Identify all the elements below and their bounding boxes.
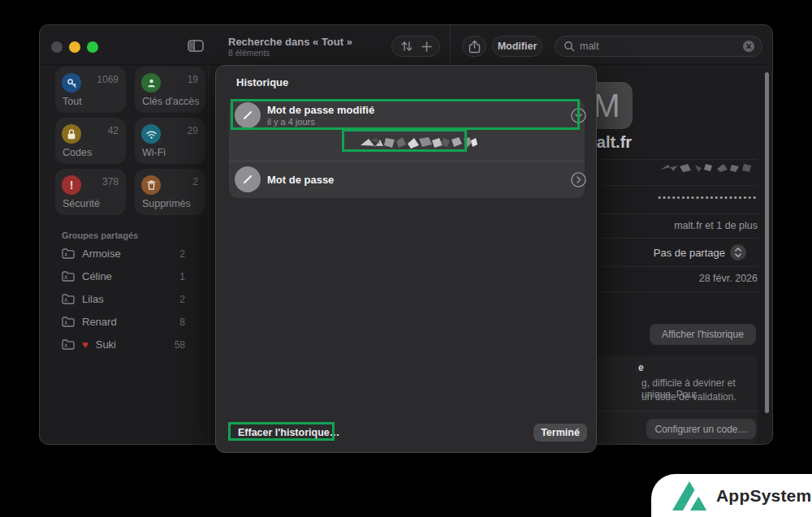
group-count: 2 bbox=[179, 248, 185, 260]
minimize-window-button[interactable] bbox=[69, 41, 80, 53]
group-label: Suki bbox=[96, 338, 116, 351]
list-header-count: 8 éléments bbox=[228, 48, 270, 58]
annotation-box-modified-row bbox=[231, 99, 580, 130]
annotation-box-clear-history bbox=[228, 422, 335, 441]
sidebar-item-wifi[interactable]: 29 Wi-Fi bbox=[135, 118, 205, 164]
avatar-letter: M bbox=[593, 88, 620, 124]
search-field[interactable]: malt bbox=[555, 36, 762, 57]
item-count: 29 bbox=[188, 125, 198, 136]
sidebar-item-tout[interactable]: 1069 Tout bbox=[55, 67, 126, 113]
item-label: Supprimés bbox=[142, 198, 191, 209]
sort-add-group bbox=[391, 36, 440, 57]
item-label: Wi-Fi bbox=[142, 147, 166, 158]
sidebar-divider bbox=[208, 64, 209, 445]
add-item-icon[interactable] bbox=[421, 41, 432, 52]
redacted-username-scribble bbox=[659, 162, 758, 174]
group-count: 1 bbox=[179, 271, 185, 282]
sidebar-group-suki[interactable]: ♥ Suki 58 bbox=[62, 334, 197, 355]
group-label: Lilas bbox=[82, 293, 104, 305]
zoom-window-button[interactable] bbox=[87, 41, 98, 53]
sidebar-group-celine[interactable]: Céline 1 bbox=[62, 265, 197, 287]
item-count: 378 bbox=[102, 176, 119, 187]
item-label: Clés d'accès bbox=[142, 96, 199, 107]
show-history-label: Afficher l'historique bbox=[662, 329, 744, 340]
key-icon bbox=[62, 73, 81, 93]
detail-scrollbar[interactable] bbox=[765, 72, 769, 413]
shared-folder-icon bbox=[62, 317, 75, 327]
sidebar-item-codes[interactable]: 42 Codes bbox=[55, 118, 126, 164]
wifi-icon bbox=[141, 124, 161, 144]
search-icon bbox=[564, 41, 575, 52]
search-input[interactable]: malt bbox=[580, 41, 599, 52]
item-count: 19 bbox=[188, 74, 198, 85]
screen: Recherche dans « Tout » 8 éléments Modif… bbox=[0, 0, 812, 517]
brand-name: AppSystem bbox=[716, 486, 811, 506]
item-label: Codes bbox=[63, 147, 92, 158]
sidebar-toggle-icon[interactable] bbox=[188, 40, 204, 52]
item-count: 1069 bbox=[97, 74, 119, 85]
item-label: Tout bbox=[63, 96, 82, 107]
trash-icon bbox=[141, 175, 161, 195]
configure-code-button[interactable]: Configurer un code… bbox=[646, 419, 756, 439]
group-label: Armoise bbox=[82, 248, 121, 260]
passkey-person-icon bbox=[141, 73, 161, 93]
group-label: Céline bbox=[82, 270, 112, 282]
warning-icon: ! bbox=[62, 175, 81, 195]
sidebar-group-armoise[interactable]: Armoise 2 bbox=[62, 243, 197, 265]
sidebar-item-securite[interactable]: ! 378 Sécurité bbox=[55, 169, 126, 215]
card-text-line2: un code de validation. bbox=[641, 391, 736, 403]
done-button[interactable]: Terminé bbox=[533, 424, 587, 442]
history-row-title: Mot de passe bbox=[267, 174, 334, 186]
sidebar-group-lilas[interactable]: Lilas 2 bbox=[62, 288, 197, 310]
group-count: 58 bbox=[175, 339, 185, 351]
sidebar-item-supprimes[interactable]: 2 Supprimés bbox=[135, 169, 205, 215]
shared-folder-icon bbox=[62, 339, 75, 350]
show-history-button[interactable]: Afficher l'historique bbox=[650, 324, 756, 345]
titlebar-divider bbox=[450, 25, 451, 64]
group-count: 8 bbox=[179, 317, 185, 328]
edit-button-label: Modifier bbox=[498, 41, 538, 52]
shared-folder-icon bbox=[62, 294, 75, 304]
annotation-box-old-password bbox=[342, 129, 467, 152]
group-count: 2 bbox=[179, 294, 185, 305]
shared-folder-icon bbox=[62, 271, 75, 282]
pencil-icon bbox=[235, 166, 261, 192]
item-count: 42 bbox=[108, 125, 119, 136]
item-label: Sécurité bbox=[63, 198, 100, 209]
shared-groups-header: Groupes partagés bbox=[62, 230, 138, 240]
item-count: 2 bbox=[192, 176, 198, 187]
lock-icon bbox=[62, 124, 81, 144]
share-button[interactable] bbox=[462, 36, 486, 57]
share-icon bbox=[469, 40, 481, 54]
close-window-button[interactable] bbox=[51, 41, 63, 53]
card-partial-header: e bbox=[638, 362, 644, 373]
sidebar-group-renard[interactable]: Renard 8 bbox=[62, 311, 197, 333]
history-row-password[interactable]: Mot de passe bbox=[229, 162, 585, 198]
configure-code-label: Configurer un code… bbox=[654, 424, 747, 435]
list-header-title: Recherche dans « Tout » bbox=[228, 36, 352, 48]
titlebar: Recherche dans « Tout » 8 éléments Modif… bbox=[40, 25, 772, 65]
sort-icon[interactable] bbox=[400, 41, 413, 52]
brand-badge: AppSystem bbox=[651, 474, 812, 517]
heart-icon: ♥ bbox=[82, 338, 89, 351]
appsystem-logo-icon bbox=[672, 481, 706, 511]
clear-search-icon[interactable] bbox=[743, 41, 754, 52]
chevron-right-circle-icon[interactable] bbox=[571, 172, 586, 187]
share-group-stepper-icon[interactable] bbox=[730, 244, 746, 261]
done-button-label: Terminé bbox=[541, 427, 580, 438]
group-label: Renard bbox=[82, 316, 117, 328]
history-modal-title: Historique bbox=[236, 76, 288, 88]
shared-folder-icon bbox=[62, 248, 75, 259]
sidebar-item-cles-acces[interactable]: 19 Clés d'accès bbox=[135, 67, 205, 113]
edit-button[interactable]: Modifier bbox=[492, 36, 542, 57]
